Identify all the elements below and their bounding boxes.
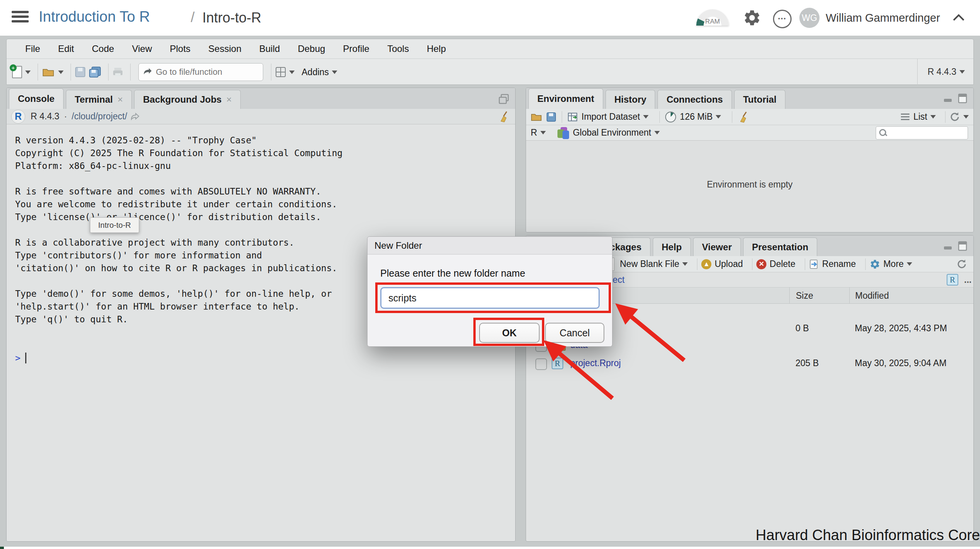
new-folder-dialog: New Folder Please enter the new folder n… [367,236,612,347]
tab-history[interactable]: History [606,90,656,109]
ram-label: RAM [696,18,729,26]
print-button[interactable] [112,67,123,77]
minimize-pane-icon[interactable] [943,94,953,103]
tab-viewer[interactable]: Viewer [693,237,741,256]
dialog-prompt-label: Please enter the new folder name [380,268,525,279]
tab-console[interactable]: Console [9,88,64,109]
cancel-button[interactable]: Cancel [545,323,604,343]
refresh-icon[interactable] [949,112,960,122]
menu-edit[interactable]: Edit [58,43,74,54]
environment-search-input[interactable] [887,128,962,138]
more-options-icon[interactable]: ••• [773,10,792,28]
tab-help[interactable]: Help [653,237,691,256]
search-icon [879,129,887,137]
row-checkbox[interactable] [535,358,547,370]
bottom-strip [0,547,980,549]
column-header-size[interactable]: Size [789,287,849,304]
taskbar-fragment [0,547,4,549]
environment-tabbar: Environment History Connections Tutorial [526,88,973,109]
open-file-button[interactable] [42,67,64,77]
working-directory-link[interactable]: /cloud/project/ [72,111,127,122]
menu-help[interactable]: Help [427,43,446,54]
new-file-button[interactable]: + [12,66,31,78]
menu-file[interactable]: File [25,43,40,54]
more-gear-icon [870,259,880,270]
upload-icon: ▲ [701,259,711,269]
save-all-icon [89,66,101,78]
r-version-selector[interactable]: R 4.4.3 [917,59,965,85]
goto-directory-icon[interactable] [130,112,140,121]
close-icon[interactable]: × [117,94,123,105]
menu-plots[interactable]: Plots [170,43,190,54]
minimize-pane-icon[interactable] [943,242,953,250]
refresh-icon[interactable] [956,259,967,270]
hamburger-menu-icon[interactable] [12,11,29,25]
tab-tutorial[interactable]: Tutorial [734,90,785,109]
path-ellipsis-button[interactable]: ... [964,275,971,285]
folder-name-input[interactable] [380,287,600,309]
menu-code[interactable]: Code [92,43,114,54]
language-selector[interactable]: R [531,127,546,138]
close-icon[interactable]: × [226,94,232,105]
console-line: Platform: x86_64-pc-linux-gnu [7,161,515,174]
list-view-selector[interactable]: List [913,112,936,122]
rstudio-cloud-window: Introduction To R / Intro-to-R RAM ••• W… [0,0,980,549]
menu-build[interactable]: Build [259,43,280,54]
memory-usage-button[interactable]: 126 MiB [665,112,721,122]
addins-button[interactable]: Addins [302,67,329,77]
dialog-title[interactable]: New Folder [368,237,612,255]
memory-pie-icon [665,112,676,122]
menu-view[interactable]: View [132,43,152,54]
rename-button[interactable]: Rename [809,259,856,269]
ok-button[interactable]: OK [479,323,540,343]
console-line: R version 4.4.3 (2025-02-28) -- "Trophy … [7,135,515,148]
tab-terminal[interactable]: Terminal× [66,90,132,109]
environment-scope-selector[interactable]: Global Environment [573,127,660,138]
console-line: You are welcome to redistribute it under… [7,199,515,212]
console-r-version: R 4.4.3 [31,111,59,122]
panes-layout-button[interactable] [275,67,295,77]
file-row[interactable]: R project.Rproj 205 B May 30, 2025, 9:04… [526,355,973,372]
clear-environment-broom-icon[interactable] [738,111,749,123]
maximize-pane-icon[interactable] [958,241,968,251]
workspace-title-link[interactable]: Introduction To R [39,9,150,25]
tab-environment[interactable]: Environment [528,88,603,109]
delete-button[interactable]: ✕ Delete [756,259,795,269]
watermark: Harvard Chan Bioinformatics Core [756,527,980,544]
upload-button[interactable]: ▲ Upload [701,259,743,269]
import-dataset-button[interactable]: Import Dataset [568,112,649,122]
save-icon [75,67,86,77]
console-line: Copyright (C) 2025 The R Foundation for … [7,148,515,161]
environment-body: Environment is empty [526,141,973,232]
gear-icon[interactable] [743,9,761,27]
avatar[interactable]: WG [799,8,820,28]
menu-tools[interactable]: Tools [387,43,409,54]
goto-file-input[interactable] [155,67,246,77]
menu-session[interactable]: Session [208,43,241,54]
environment-search[interactable] [876,126,968,139]
more-button[interactable]: More [870,259,912,270]
load-workspace-icon[interactable] [531,112,542,122]
tab-presentation[interactable]: Presentation [743,237,817,256]
menu-debug[interactable]: Debug [298,43,325,54]
chevron-up-icon[interactable] [953,14,964,21]
rproj-file-icon: R [552,358,563,369]
menu-profile[interactable]: Profile [343,43,369,54]
ram-gauge[interactable]: RAM [696,9,729,27]
column-header-modified[interactable]: Modified [849,287,973,304]
restore-pane-icon[interactable] [498,93,510,105]
save-button[interactable] [75,67,86,77]
rproject-icon[interactable]: R [947,274,958,286]
open-folder-icon [42,67,55,77]
import-dataset-icon [568,112,578,122]
new-blank-file-button[interactable]: New Blank File [620,259,688,269]
console-prompt[interactable]: > [7,353,515,363]
tab-connections[interactable]: Connections [657,90,732,109]
environment-toolbar: Import Dataset 126 MiB List [526,109,973,125]
tab-background-jobs[interactable]: Background Jobs× [134,90,241,109]
goto-file-search[interactable] [138,63,263,81]
save-workspace-icon[interactable] [546,112,556,122]
save-all-button[interactable] [89,66,101,78]
maximize-pane-icon[interactable] [958,93,968,103]
clear-console-broom-icon[interactable] [498,111,510,122]
